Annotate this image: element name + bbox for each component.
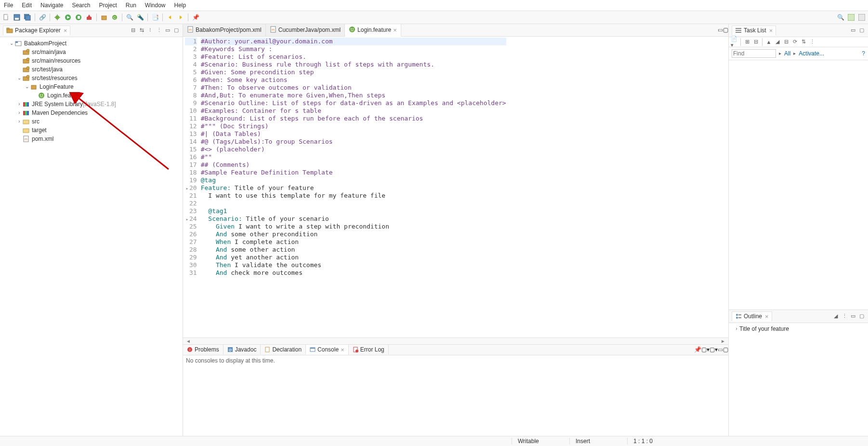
menu-help[interactable]: Help xyxy=(174,2,186,9)
new-icon[interactable] xyxy=(2,13,11,22)
schedule-icon[interactable]: ⊟ xyxy=(752,39,759,45)
menu-run[interactable]: Run xyxy=(126,2,136,9)
view-menu-icon[interactable]: ⋮ xyxy=(809,39,815,45)
tree-item[interactable]: LoginFeature xyxy=(39,83,74,90)
task-all-link[interactable]: All xyxy=(784,50,790,57)
perspective-open-icon[interactable] xyxy=(857,13,866,22)
new-package-icon[interactable] xyxy=(100,13,108,22)
menu-file[interactable]: File xyxy=(4,2,13,9)
view-menu-icon[interactable]: ⋮ xyxy=(841,313,848,320)
svg-rect-70 xyxy=(736,32,741,33)
close-icon[interactable]: × xyxy=(64,27,67,34)
sort-icon[interactable]: ⇅ xyxy=(800,39,807,45)
external-tools-icon[interactable] xyxy=(85,13,93,22)
new-console-icon[interactable]: ▢▾ xyxy=(710,346,718,353)
save-all-icon[interactable] xyxy=(23,13,32,22)
minimize-icon[interactable]: ▭ xyxy=(850,313,856,320)
open-type-icon[interactable]: 🔍 xyxy=(125,13,134,22)
save-icon[interactable] xyxy=(13,13,21,22)
toolbar-icon[interactable]: 🔗 xyxy=(38,13,47,22)
maximize-icon[interactable]: ▢ xyxy=(723,346,728,353)
tab-declaration[interactable]: Declaration xyxy=(261,345,306,354)
maximize-icon[interactable]: ▢ xyxy=(858,27,865,34)
svg-point-6 xyxy=(55,15,59,19)
menu-project[interactable]: Project xyxy=(99,2,117,9)
minimize-icon[interactable]: ▭ xyxy=(718,346,723,353)
minimize-icon[interactable]: ▭ xyxy=(164,27,171,34)
close-icon[interactable]: × xyxy=(341,346,344,353)
minimize-icon[interactable]: ▭ xyxy=(850,27,856,34)
tab-console[interactable]: Console× xyxy=(306,345,349,355)
menu-window[interactable]: Window xyxy=(145,2,166,9)
task-find-input[interactable] xyxy=(732,49,776,58)
editor-tab[interactable]: Login.feature× xyxy=(345,24,401,37)
debug-icon[interactable] xyxy=(53,13,62,22)
collapse-all-icon[interactable]: ⊟ xyxy=(130,27,136,34)
close-icon[interactable]: × xyxy=(393,27,397,34)
task-activate-link[interactable]: Activate... xyxy=(799,50,824,57)
maximize-icon[interactable]: ▢ xyxy=(173,27,180,34)
editor-tab[interactable]: mBabakomProject/pom.xml xyxy=(183,24,266,36)
menu-edit[interactable]: Edit xyxy=(22,2,32,9)
library-icon xyxy=(22,100,30,108)
perspective-java-icon[interactable] xyxy=(847,13,855,22)
tree-project[interactable]: BabakomProject xyxy=(24,40,66,47)
tab-problems[interactable]: !Problems xyxy=(183,345,224,354)
tree-item[interactable]: pom.xml xyxy=(32,135,53,142)
tree-item[interactable]: target xyxy=(32,127,47,134)
display-console-icon[interactable]: ▢ xyxy=(701,346,707,353)
collapse-icon[interactable]: ⊟ xyxy=(783,39,789,45)
editor-tab[interactable]: mCucumberJava/pom.xml xyxy=(266,24,345,36)
outline-view: Outline× ◢ ⋮ ▭ ▢ ›Title of your feature xyxy=(729,310,868,436)
link-editor-icon[interactable]: ⇆ xyxy=(138,27,145,34)
focus-icon[interactable]: ◢ xyxy=(832,313,839,320)
tree-login-feature[interactable]: Login.feature xyxy=(47,92,81,99)
menu-navigate[interactable]: Navigate xyxy=(40,2,63,9)
code-content[interactable]: #Author: your.email@your.domain.com#Keyw… xyxy=(201,37,506,338)
forward-icon[interactable] xyxy=(176,13,185,22)
tree-item[interactable]: src/test/resources xyxy=(32,75,78,81)
pin-console-icon[interactable]: 📌 xyxy=(694,346,701,353)
new-task-icon[interactable]: 📄▾ xyxy=(731,39,737,45)
help-icon[interactable]: ? xyxy=(862,50,865,57)
hide-icon[interactable]: ◢ xyxy=(774,39,781,45)
outline-item[interactable]: ›Title of your feature xyxy=(732,325,865,333)
focus-icon[interactable]: ▲ xyxy=(765,39,772,45)
svg-rect-17 xyxy=(102,16,106,20)
svg-point-29 xyxy=(26,49,29,52)
scroll-left-icon[interactable]: ◄ xyxy=(186,338,191,344)
menu-search[interactable]: Search xyxy=(72,2,90,9)
toggle-mark-icon[interactable]: 📑 xyxy=(151,13,159,22)
svg-point-58 xyxy=(353,28,354,29)
view-menu-icon[interactable]: ⋮ xyxy=(156,27,162,34)
statusbar: Writable Insert 1 : 1 : 0 xyxy=(0,436,868,446)
svg-point-67 xyxy=(355,350,358,352)
minimize-icon[interactable]: ▭ xyxy=(718,27,723,33)
package-explorer-tree[interactable]: ⌄BabakomProject src/main/java src/main/r… xyxy=(0,37,183,436)
tree-item[interactable]: Maven Dependencies xyxy=(32,109,88,116)
maximize-icon[interactable]: ▢ xyxy=(858,313,865,320)
filter-icon[interactable]: ⁝ xyxy=(147,27,154,34)
scroll-right-icon[interactable]: ► xyxy=(721,338,725,344)
tab-errorlog[interactable]: Error Log xyxy=(349,345,389,354)
pin-icon[interactable]: 📌 xyxy=(191,13,200,22)
tree-item[interactable]: src/main/resources xyxy=(32,57,80,64)
tree-item[interactable]: src xyxy=(32,118,39,125)
coverage-icon[interactable] xyxy=(74,13,83,22)
maximize-icon[interactable]: ▢ xyxy=(723,27,728,33)
tree-item[interactable]: src/main/java xyxy=(32,49,66,55)
quick-access-icon[interactable]: 🔍 xyxy=(836,13,845,22)
code-editor[interactable]: 12345678910111213141516171819▸20212223▸2… xyxy=(183,37,728,338)
tree-item[interactable]: src/test/java xyxy=(32,66,63,73)
new-class-icon[interactable]: C xyxy=(110,13,119,22)
back-icon[interactable] xyxy=(166,13,174,22)
tab-javadoc[interactable]: @Javadoc xyxy=(224,345,261,354)
run-icon[interactable] xyxy=(64,13,72,22)
search-icon[interactable]: 🔦 xyxy=(136,13,145,22)
tree-item[interactable]: JRE System Library xyxy=(32,101,83,108)
svg-point-35 xyxy=(26,75,29,78)
categorize-icon[interactable]: ⊞ xyxy=(744,39,750,45)
close-icon[interactable]: × xyxy=(765,313,769,320)
synchronize-icon[interactable]: ⟳ xyxy=(791,39,798,45)
close-icon[interactable]: × xyxy=(769,27,773,34)
